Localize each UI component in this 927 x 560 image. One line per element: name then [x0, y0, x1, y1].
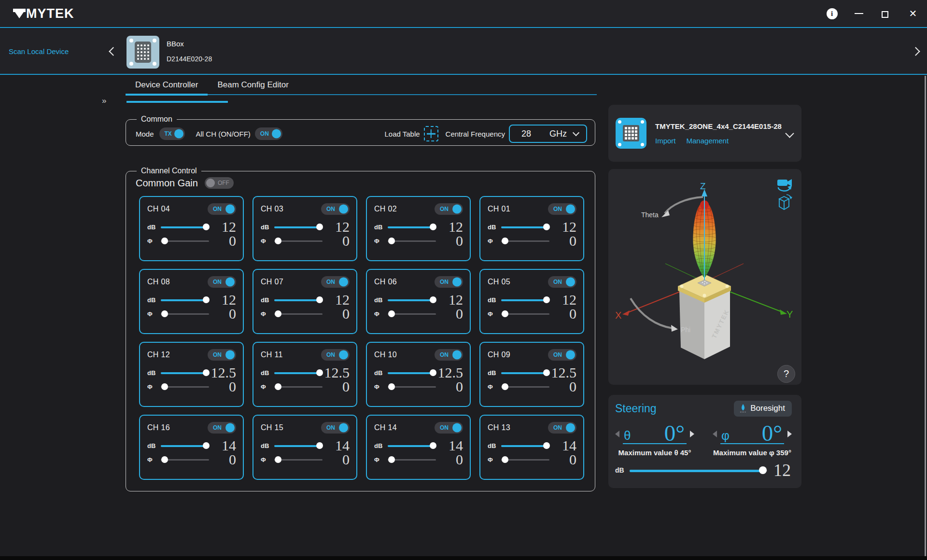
channel-on-toggle[interactable]: ON — [321, 276, 350, 288]
slider-knob[interactable] — [203, 442, 210, 449]
help-button[interactable]: ? — [777, 365, 795, 383]
slider-knob[interactable] — [759, 466, 767, 474]
slider-knob[interactable] — [388, 383, 395, 390]
mode-toggle[interactable]: TX — [159, 127, 185, 140]
channel-on-toggle[interactable]: ON — [435, 276, 463, 288]
vertical-scrollbar[interactable] — [925, 76, 926, 556]
phi-decrease-button[interactable] — [713, 431, 717, 437]
slider-knob[interactable] — [502, 238, 508, 244]
theta-increase-button[interactable] — [690, 431, 694, 437]
channel-db-slider[interactable] — [161, 296, 209, 304]
channel-db-slider[interactable] — [388, 296, 436, 304]
channel-phase-slider[interactable] — [161, 456, 209, 463]
channel-on-toggle[interactable]: ON — [321, 203, 350, 215]
slider-knob[interactable] — [316, 296, 323, 303]
channel-phase-slider[interactable] — [274, 237, 323, 245]
slider-knob[interactable] — [316, 224, 323, 230]
close-button[interactable]: ✕ — [906, 6, 920, 21]
theta-decrease-button[interactable] — [615, 431, 619, 437]
channel-phase-slider[interactable] — [388, 456, 436, 463]
channel-phase-slider[interactable] — [161, 383, 209, 391]
channel-on-toggle[interactable]: ON — [435, 422, 463, 434]
channel-phase-slider[interactable] — [388, 310, 436, 318]
slider-knob[interactable] — [502, 383, 508, 390]
channel-db-slider[interactable] — [161, 442, 209, 449]
slider-knob[interactable] — [161, 456, 168, 463]
boresight-button[interactable]: Boresight — [734, 401, 792, 417]
channel-db-slider[interactable] — [501, 442, 549, 449]
beam-3d-scene[interactable]: TMYTEK — [608, 169, 801, 385]
slider-knob[interactable] — [430, 296, 436, 303]
channel-on-toggle[interactable]: ON — [321, 422, 350, 434]
channel-phase-slider[interactable] — [501, 383, 549, 391]
common-gain-toggle[interactable]: OFF — [205, 177, 234, 189]
rotate-cube-icon[interactable] — [779, 195, 792, 210]
management-link[interactable]: Management — [687, 137, 729, 145]
channel-phase-slider[interactable] — [274, 383, 323, 391]
channel-db-slider[interactable] — [274, 369, 323, 377]
slider-knob[interactable] — [316, 442, 323, 449]
channel-phase-slider[interactable] — [501, 456, 549, 463]
chevron-left-icon[interactable] — [109, 47, 117, 56]
info-button[interactable]: i — [825, 6, 839, 21]
slider-knob[interactable] — [430, 224, 436, 230]
frequency-select[interactable]: 28 GHz — [509, 125, 587, 143]
channel-on-toggle[interactable]: ON — [548, 276, 576, 288]
slider-knob[interactable] — [275, 238, 281, 244]
slider-knob[interactable] — [275, 383, 281, 390]
channel-on-toggle[interactable]: ON — [208, 203, 236, 215]
orbit-camera-icon[interactable] — [777, 179, 792, 191]
channel-on-toggle[interactable]: ON — [548, 203, 576, 215]
channel-on-toggle[interactable]: ON — [435, 203, 463, 215]
slider-knob[interactable] — [388, 310, 395, 317]
channel-on-toggle[interactable]: ON — [208, 422, 236, 434]
steering-db-slider[interactable] — [630, 466, 767, 475]
channel-on-toggle[interactable]: ON — [548, 422, 576, 434]
sidebar-collapse-icon[interactable]: » — [102, 96, 106, 106]
slider-knob[interactable] — [275, 310, 281, 317]
slider-knob[interactable] — [316, 369, 323, 376]
device-tab-bbox[interactable]: BBox D2144E020-28 — [126, 36, 212, 69]
allch-toggle[interactable]: ON — [255, 127, 282, 140]
slider-knob[interactable] — [388, 238, 395, 244]
channel-phase-slider[interactable] — [274, 456, 323, 463]
channel-db-slider[interactable] — [501, 223, 549, 231]
channel-phase-slider[interactable] — [161, 237, 209, 245]
channel-db-slider[interactable] — [388, 442, 436, 449]
channel-db-slider[interactable] — [501, 369, 549, 377]
load-table-icon[interactable] — [424, 126, 438, 141]
channel-db-slider[interactable] — [161, 369, 209, 377]
slider-knob[interactable] — [543, 224, 550, 230]
slider-knob[interactable] — [543, 369, 550, 376]
slider-knob[interactable] — [502, 310, 508, 317]
channel-db-slider[interactable] — [388, 369, 436, 377]
channel-on-toggle[interactable]: ON — [435, 349, 463, 361]
channel-db-slider[interactable] — [388, 223, 436, 231]
channel-on-toggle[interactable]: ON — [208, 349, 236, 361]
channel-phase-slider[interactable] — [388, 383, 436, 391]
chevron-down-icon[interactable] — [785, 129, 794, 138]
chevron-right-icon[interactable] — [911, 47, 920, 56]
slider-knob[interactable] — [161, 383, 168, 390]
channel-db-slider[interactable] — [501, 296, 549, 304]
slider-knob[interactable] — [430, 442, 436, 449]
tab-device-controller[interactable]: Device Controller — [126, 77, 208, 94]
slider-knob[interactable] — [203, 369, 210, 376]
maximize-button[interactable] — [879, 6, 893, 21]
channel-db-slider[interactable] — [161, 223, 209, 231]
channel-phase-slider[interactable] — [161, 310, 209, 318]
channel-on-toggle[interactable]: ON — [208, 276, 236, 288]
slider-knob[interactable] — [388, 456, 395, 463]
tab-beam-config-editor[interactable]: Beam Config Editor — [208, 77, 298, 94]
channel-db-slider[interactable] — [274, 296, 323, 304]
channel-on-toggle[interactable]: ON — [321, 349, 350, 361]
import-link[interactable]: Import — [655, 137, 676, 145]
slider-knob[interactable] — [203, 224, 210, 230]
channel-phase-slider[interactable] — [388, 237, 436, 245]
slider-knob[interactable] — [203, 296, 210, 303]
slider-knob[interactable] — [543, 442, 550, 449]
slider-knob[interactable] — [543, 296, 550, 303]
slider-knob[interactable] — [161, 310, 168, 317]
channel-db-slider[interactable] — [274, 223, 323, 231]
slider-knob[interactable] — [161, 238, 168, 244]
